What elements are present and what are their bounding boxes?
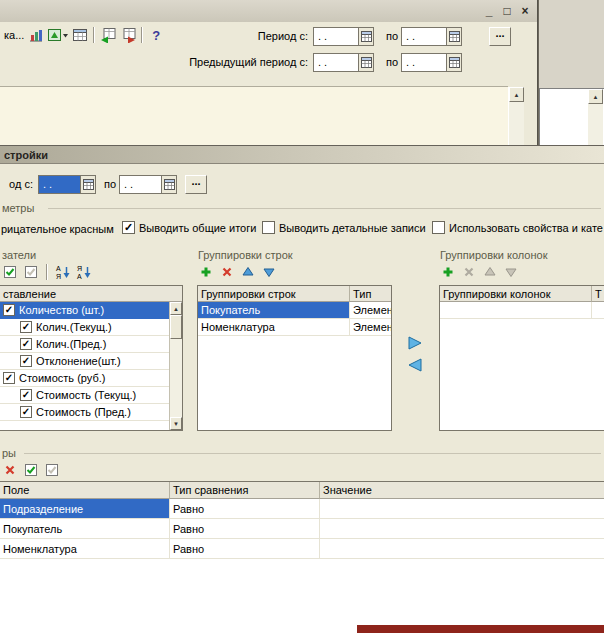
settings-period-to-field[interactable]: . .: [119, 175, 177, 194]
grouping-row[interactable]: Номенклатура Элемен...: [198, 319, 391, 336]
enable-all-filters-icon[interactable]: [22, 461, 40, 479]
indicators-scrollbar[interactable]: ▲ ▼: [169, 302, 182, 430]
indicators-toolbar: АЯ ЯА: [1, 263, 93, 281]
calendar-icon[interactable]: [358, 28, 373, 45]
filter-value-cell[interactable]: [320, 519, 604, 538]
indicator-row[interactable]: ✓ Количество (шт.): [0, 302, 169, 319]
period-to-value[interactable]: . .: [402, 28, 446, 45]
period-to-field[interactable]: . .: [401, 27, 462, 46]
indicator-checkbox[interactable]: ✓: [20, 355, 32, 367]
toolbar-separator: [46, 264, 48, 280]
indicator-row[interactable]: ✓ Стоимость (Пред.): [0, 404, 169, 421]
report-area[interactable]: [0, 86, 508, 145]
sort-descending-icon[interactable]: ЯА: [75, 263, 93, 281]
grouping-name-cell[interactable]: [440, 302, 592, 318]
filter-row[interactable]: Номенклатура Равно: [0, 539, 604, 559]
filter-field-cell[interactable]: Покупатель: [0, 519, 170, 538]
column-groupings-header: Группировки колонок Т: [440, 286, 604, 302]
calendar-icon[interactable]: [446, 28, 461, 45]
indicator-label: Колич.(Пред.): [36, 338, 106, 350]
indicator-row[interactable]: ✓ Колич.(Пред.): [0, 336, 169, 353]
indicator-label: Колич.(Текущ.): [36, 321, 112, 333]
add-icon[interactable]: [197, 263, 215, 281]
sort-ascending-icon[interactable]: АЯ: [54, 263, 72, 281]
calendar-icon[interactable]: [80, 176, 95, 193]
indicator-checkbox[interactable]: ✓: [3, 372, 15, 384]
move-right-button[interactable]: [404, 334, 426, 352]
indicator-row[interactable]: ✓ Стоимость (руб.): [0, 370, 169, 387]
prev-period-from-value[interactable]: . .: [314, 54, 358, 71]
row-groupings-section-label: Группировки строк: [198, 249, 293, 261]
settings-period-more-button[interactable]: ...: [185, 175, 207, 194]
checkbox-show-totals[interactable]: ✓ Выводить общие итоги: [122, 220, 256, 235]
checkbox-use-properties[interactable]: Использовать свойства и кате: [432, 220, 603, 235]
move-up-icon[interactable]: [239, 263, 257, 281]
indicator-row[interactable]: ✓ Колич.(Текущ.): [0, 319, 169, 336]
indicator-checkbox[interactable]: ✓: [20, 321, 32, 333]
indicator-checkbox[interactable]: ✓: [20, 338, 32, 350]
row-groupings-toolbar: [197, 263, 278, 281]
indicator-row[interactable]: ✓ Стоимость (Текущ.): [0, 387, 169, 404]
filter-comparison-cell[interactable]: Равно: [170, 499, 320, 518]
indicator-label: Стоимость (Пред.): [36, 406, 131, 418]
move-down-icon[interactable]: [260, 263, 278, 281]
filter-value-cell[interactable]: [320, 539, 604, 558]
close-button[interactable]: ×: [519, 4, 531, 18]
checkbox-show-details[interactable]: Выводить детальные записи: [262, 220, 426, 235]
scroll-up-button[interactable]: ▲: [588, 89, 603, 104]
column-header: Значение: [320, 482, 604, 499]
prev-period-from-field[interactable]: . .: [313, 53, 374, 72]
background-scrollbar[interactable]: ▲: [587, 89, 603, 145]
move-up-icon-disabled: [481, 263, 499, 281]
prev-period-to-value[interactable]: . .: [402, 54, 446, 71]
prev-period-to-field[interactable]: . .: [401, 53, 462, 72]
check-mark: ✓: [124, 222, 133, 233]
minimize-button[interactable]: _: [483, 4, 495, 18]
filter-row[interactable]: Покупатель Равно: [0, 519, 604, 539]
scroll-down-button[interactable]: ▼: [170, 417, 182, 430]
disable-all-filters-icon[interactable]: [43, 461, 61, 479]
delete-icon[interactable]: [218, 263, 236, 281]
grouping-row-empty[interactable]: [440, 302, 604, 319]
settings-period-from-value[interactable]: . .: [39, 176, 80, 193]
calendar-icon[interactable]: [446, 54, 461, 71]
scroll-up-button[interactable]: ▲: [170, 302, 182, 315]
checkbox-box: [262, 221, 275, 234]
uncheck-all-icon[interactable]: [22, 263, 40, 281]
indicator-checkbox[interactable]: ✓: [20, 389, 32, 401]
indicator-checkbox[interactable]: ✓: [3, 304, 15, 316]
settings-titlebar[interactable]: стройки: [0, 146, 604, 164]
checkbox-negative-red-label[interactable]: рицательное красным: [1, 223, 114, 235]
add-icon[interactable]: [439, 263, 457, 281]
maximize-button[interactable]: □: [501, 4, 513, 18]
filter-field-cell[interactable]: Подразделение: [0, 499, 170, 518]
scrollbar-thumb[interactable]: [170, 315, 182, 339]
calendar-icon[interactable]: [161, 176, 176, 193]
check-all-icon[interactable]: [1, 263, 19, 281]
indicator-row[interactable]: ✓ Отклонение(шт.): [0, 353, 169, 370]
scroll-up-button[interactable]: ▲: [509, 87, 524, 102]
filter-field-cell[interactable]: Номенклатура: [0, 539, 170, 558]
report-scrollbar[interactable]: ▲: [508, 87, 524, 145]
grouping-row[interactable]: Покупатель Элемен...: [198, 302, 391, 319]
filter-row[interactable]: Подразделение Равно: [0, 499, 604, 519]
period-more-button[interactable]: ...: [489, 27, 511, 46]
period-from-field[interactable]: . .: [313, 27, 374, 46]
delete-icon[interactable]: [1, 461, 19, 479]
filter-value-cell[interactable]: [320, 499, 604, 518]
move-left-button[interactable]: [404, 356, 426, 374]
settings-period-to-value[interactable]: . .: [120, 176, 161, 193]
grouping-type-cell[interactable]: Элемен...: [350, 302, 391, 318]
filter-comparison-cell[interactable]: Равно: [170, 539, 320, 558]
indicator-checkbox[interactable]: ✓: [20, 406, 32, 418]
settings-period-from-field[interactable]: . .: [38, 175, 96, 194]
grouping-type-cell[interactable]: Элемен...: [350, 319, 391, 335]
report-titlebar[interactable]: [0, 0, 537, 22]
grouping-name-cell[interactable]: Покупатель: [198, 302, 350, 318]
filter-comparison-cell[interactable]: Равно: [170, 519, 320, 538]
grouping-type-cell[interactable]: [592, 302, 604, 318]
checkbox-box: [432, 221, 445, 234]
grouping-name-cell[interactable]: Номенклатура: [198, 319, 350, 335]
period-from-value[interactable]: . .: [314, 28, 358, 45]
calendar-icon[interactable]: [358, 54, 373, 71]
